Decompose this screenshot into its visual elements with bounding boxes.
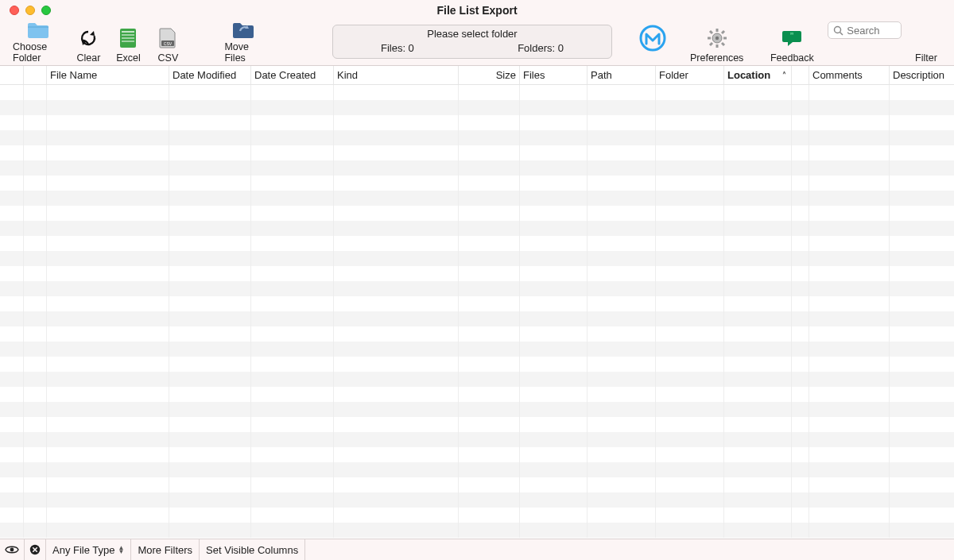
folder-prompt: Please select folder	[341, 28, 603, 40]
feedback-button[interactable]: ” Feedback	[764, 21, 820, 64]
svg-rect-2	[122, 34, 134, 36]
table-row[interactable]	[0, 342, 954, 357]
more-filters-button[interactable]: More Filters	[131, 539, 200, 560]
col-header-description[interactable]: Description	[890, 66, 953, 84]
search-icon	[833, 25, 843, 36]
window-title: File List Export	[0, 4, 954, 17]
table-row[interactable]	[0, 357, 954, 372]
table-row[interactable]	[0, 145, 954, 160]
csv-label: CSV	[158, 52, 179, 64]
table-row[interactable]	[0, 523, 954, 538]
table-row[interactable]	[0, 176, 954, 191]
table-row[interactable]	[0, 221, 954, 236]
toolbar-left-group: Choose Folder Clear	[8, 21, 267, 64]
col-header-blank2[interactable]	[24, 66, 47, 84]
table-row[interactable]	[0, 477, 954, 492]
table-row[interactable]	[0, 266, 954, 281]
clear-button[interactable]: Clear	[68, 21, 108, 64]
col-header-date-modified[interactable]: Date Modified	[169, 66, 251, 84]
table-row[interactable]	[0, 326, 954, 342]
visibility-toggle-button[interactable]	[0, 539, 25, 560]
preferences-label: Preferences	[690, 52, 743, 64]
file-type-filter-label: Any File Type	[52, 544, 115, 556]
more-filters-label: More Filters	[138, 544, 192, 556]
col-header-blank1[interactable]	[0, 66, 24, 84]
eye-icon	[5, 545, 19, 554]
table-row[interactable]	[0, 417, 954, 432]
set-visible-columns-button[interactable]: Set Visible Columns	[200, 539, 305, 560]
svg-point-7	[641, 26, 665, 50]
svg-line-16	[710, 43, 712, 45]
table-row[interactable]	[0, 191, 954, 206]
svg-text:”: ”	[790, 32, 794, 41]
col-header-location[interactable]: Location ˄	[724, 66, 792, 84]
table-row[interactable]	[0, 402, 954, 417]
app-logo-button[interactable]	[634, 21, 671, 64]
table-row[interactable]	[0, 372, 954, 387]
table-row[interactable]	[0, 311, 954, 326]
excel-button[interactable]: Excel	[108, 21, 148, 64]
choose-folder-button[interactable]: Choose Folder	[8, 21, 68, 64]
table-row[interactable]	[0, 296, 954, 311]
table-row[interactable]	[0, 100, 954, 115]
file-type-filter-button[interactable]: Any File Type ▲▼	[46, 539, 131, 560]
col-header-kind[interactable]: Kind	[334, 66, 459, 84]
choose-folder-label: Choose Folder	[13, 41, 64, 64]
folder-status-panel[interactable]: Please select folder Files: 0 Folders: 0	[332, 25, 612, 59]
svg-line-14	[710, 31, 712, 33]
folders-count: Folders: 0	[518, 42, 564, 54]
search-field[interactable]	[828, 21, 902, 39]
table-row[interactable]	[0, 508, 954, 523]
table-row[interactable]	[0, 281, 954, 296]
set-visible-columns-label: Set Visible Columns	[206, 544, 298, 556]
col-header-size[interactable]: Size	[459, 66, 520, 84]
filter-label: Filter	[915, 52, 937, 64]
search-input[interactable]	[847, 25, 896, 37]
excel-label: Excel	[116, 52, 141, 64]
table-row[interactable]	[0, 130, 954, 145]
table-row[interactable]	[0, 251, 954, 266]
file-table: File Name Date Modified Date Created Kin…	[0, 66, 954, 539]
table-row[interactable]	[0, 236, 954, 251]
table-row[interactable]	[0, 387, 954, 402]
clear-circle-icon	[29, 544, 41, 555]
filter-button[interactable]: Filter	[906, 21, 946, 64]
table-row[interactable]	[0, 447, 954, 462]
svg-rect-4	[122, 41, 134, 42]
table-row[interactable]	[0, 206, 954, 221]
svg-line-15	[722, 43, 724, 45]
csv-button[interactable]: CSV CSV	[148, 21, 188, 64]
toolbar-right-group: Preferences ” Feedback	[634, 21, 820, 64]
col-header-path[interactable]: Path	[588, 66, 656, 84]
table-row[interactable]	[0, 115, 954, 130]
app-logo-spacer	[651, 52, 653, 64]
clear-filter-button[interactable]	[25, 539, 46, 560]
svg-point-22	[10, 548, 14, 552]
table-row[interactable]	[0, 492, 954, 508]
col-header-blank3[interactable]	[792, 66, 809, 84]
col-header-comments[interactable]: Comments	[809, 66, 890, 84]
feedback-icon: ”	[781, 25, 803, 51]
app-logo-icon	[639, 25, 666, 51]
preferences-button[interactable]: Preferences	[685, 21, 748, 64]
table-row[interactable]	[0, 432, 954, 447]
svg-rect-3	[122, 37, 134, 39]
folder-icon	[26, 21, 50, 40]
table-row[interactable]	[0, 160, 954, 176]
refresh-icon	[79, 25, 98, 51]
table-row[interactable]	[0, 85, 954, 100]
col-header-date-created[interactable]: Date Created	[251, 66, 334, 84]
move-files-icon	[231, 21, 255, 40]
feedback-label: Feedback	[770, 52, 814, 64]
col-header-file-name[interactable]: File Name	[47, 66, 169, 84]
move-files-button[interactable]: Move Files	[219, 21, 267, 64]
csv-icon: CSV	[159, 25, 176, 51]
stepper-icon: ▲▼	[118, 546, 125, 554]
svg-line-21	[840, 32, 843, 35]
svg-point-20	[835, 26, 841, 33]
sort-ascending-icon: ˄	[782, 71, 788, 79]
files-count: Files: 0	[381, 42, 414, 54]
col-header-files[interactable]: Files	[520, 66, 588, 84]
col-header-folder[interactable]: Folder	[656, 66, 724, 84]
table-row[interactable]	[0, 462, 954, 477]
